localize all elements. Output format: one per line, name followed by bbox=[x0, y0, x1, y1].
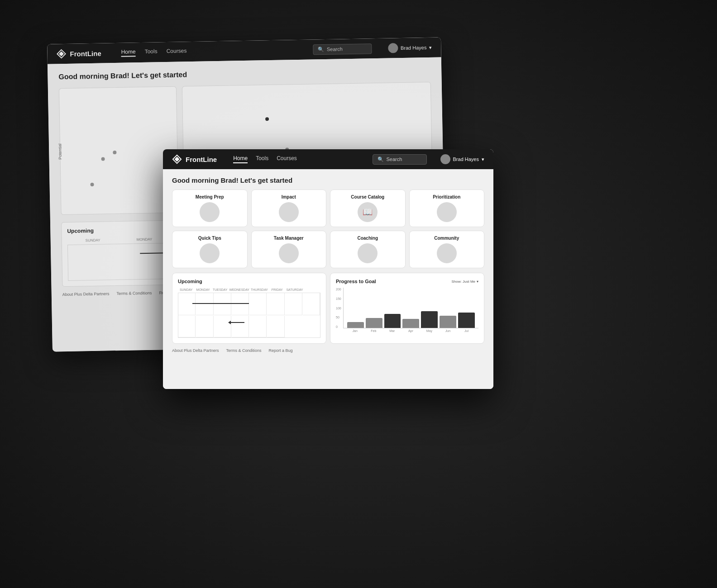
front-cal-cell-5 bbox=[249, 293, 267, 315]
front-x-labels: Jan Feb Mar Apr May Jun Jul bbox=[343, 328, 478, 332]
front-nav: FrontLine Home Tools Courses 🔍 Search Br… bbox=[163, 149, 493, 169]
tile-meeting-prep-label: Meeting Prep bbox=[196, 194, 224, 199]
front-y-0: 0 bbox=[336, 325, 341, 328]
front-logo-text: FrontLine bbox=[186, 156, 217, 163]
front-cal-cell-3 bbox=[214, 293, 231, 315]
front-cal-sun: SUNDAY bbox=[178, 288, 194, 292]
front-bar-jul bbox=[458, 313, 475, 328]
back-cal-mon: MONDAY bbox=[119, 236, 170, 243]
back-search-box[interactable]: 🔍 Search bbox=[313, 43, 372, 55]
tile-course-catalog-icon: 📖 bbox=[358, 202, 378, 222]
front-logo-icon bbox=[172, 154, 182, 164]
front-username: Brad Hayes bbox=[453, 156, 479, 162]
front-avatar bbox=[440, 154, 450, 164]
tile-quick-tips-icon bbox=[200, 243, 220, 263]
front-cal-cell-10 bbox=[196, 316, 213, 338]
tile-community-icon bbox=[437, 243, 457, 263]
back-search-icon: 🔍 bbox=[318, 46, 324, 52]
front-bottom: Upcoming SUNDAY MONDAY TUESDAY WEDNESDAY… bbox=[172, 273, 484, 344]
front-bar-jun bbox=[440, 316, 456, 328]
back-logo: FrontLine bbox=[56, 48, 101, 59]
front-chart-area: 200 150 100 50 0 bbox=[336, 288, 478, 337]
front-bar-jan bbox=[347, 322, 364, 328]
front-y-50: 50 bbox=[336, 316, 341, 319]
front-y-200: 200 bbox=[336, 288, 341, 291]
tile-coaching[interactable]: Coaching bbox=[330, 231, 406, 268]
front-bar-may bbox=[421, 311, 438, 328]
tile-community[interactable]: Community bbox=[409, 231, 485, 268]
front-window: FrontLine Home Tools Courses 🔍 Search Br… bbox=[163, 149, 493, 389]
front-progress-show[interactable]: Show: Just Me ▾ bbox=[452, 280, 478, 284]
back-avatar bbox=[388, 43, 398, 53]
back-nav-links: Home Tools Courses bbox=[121, 47, 186, 57]
tile-impact[interactable]: Impact bbox=[251, 190, 327, 227]
back-greeting: Good morning Brad! Let's get started bbox=[58, 66, 430, 81]
front-search-icon: 🔍 bbox=[378, 156, 384, 162]
front-cal-cell-7 bbox=[285, 293, 302, 315]
front-progress: Progress to Goal Show: Just Me ▾ 200 150… bbox=[330, 273, 484, 344]
back-chart-left: Potential bbox=[59, 86, 179, 215]
back-dot-4 bbox=[265, 117, 269, 121]
front-nav-courses[interactable]: Courses bbox=[277, 155, 297, 163]
front-progress-title: Progress to Goal bbox=[336, 279, 376, 284]
front-footer-report[interactable]: Report a Bug bbox=[269, 348, 293, 353]
front-y-labels: 200 150 100 50 0 bbox=[336, 288, 341, 328]
front-nav-tools[interactable]: Tools bbox=[256, 155, 268, 163]
front-nav-home[interactable]: Home bbox=[233, 155, 248, 163]
front-tiles-grid: Meeting Prep Impact Course Catalog 📖 Pri… bbox=[172, 190, 484, 268]
front-cal-cell-8 bbox=[303, 293, 320, 315]
front-x-jul: Jul bbox=[458, 329, 475, 332]
front-cal-thu: THURSDAY bbox=[250, 288, 268, 292]
front-cal-body bbox=[178, 293, 320, 338]
front-bar-apr bbox=[402, 319, 419, 328]
front-cal-arrow-line bbox=[231, 322, 244, 323]
tile-prioritization[interactable]: Prioritization bbox=[409, 190, 485, 227]
front-footer-terms[interactable]: Terms & Conditions bbox=[226, 348, 262, 353]
tile-quick-tips[interactable]: Quick Tips bbox=[172, 231, 248, 268]
back-footer-about[interactable]: About Plus Delta Partners bbox=[62, 291, 110, 297]
front-user-chevron: ▾ bbox=[482, 156, 484, 162]
front-y-100: 100 bbox=[336, 307, 341, 310]
front-cal-fri: FRIDAY bbox=[269, 288, 285, 292]
back-logo-text: FrontLine bbox=[70, 49, 101, 57]
tile-coaching-icon bbox=[358, 243, 378, 263]
front-cal-sat: SATURDAY bbox=[286, 288, 303, 292]
back-logo-icon bbox=[56, 49, 66, 59]
front-x-mar: Mar bbox=[384, 329, 401, 332]
front-cal-event-line bbox=[192, 303, 249, 304]
tile-meeting-prep[interactable]: Meeting Prep bbox=[172, 190, 248, 227]
front-cal-cell-1 bbox=[178, 293, 196, 315]
front-cal-cell-14 bbox=[267, 316, 284, 338]
front-x-jan: Jan bbox=[347, 329, 363, 332]
front-footer-about[interactable]: About Plus Delta Partners bbox=[172, 348, 219, 353]
front-upcoming-title: Upcoming bbox=[178, 279, 320, 284]
front-x-feb: Feb bbox=[365, 329, 382, 332]
back-nav-home[interactable]: Home bbox=[121, 48, 135, 57]
front-upcoming: Upcoming SUNDAY MONDAY TUESDAY WEDNESDAY… bbox=[172, 273, 326, 344]
front-cal-cell-11 bbox=[214, 316, 231, 338]
svg-marker-1 bbox=[59, 52, 64, 57]
tile-task-manager[interactable]: Task Manager bbox=[251, 231, 327, 268]
back-user: Brad Hayes ▾ bbox=[388, 43, 432, 53]
front-search-box[interactable]: 🔍 Search bbox=[373, 154, 427, 165]
front-cal-cell-4 bbox=[232, 293, 249, 315]
tile-task-manager-icon bbox=[279, 243, 299, 263]
front-cal-cell-9 bbox=[178, 316, 196, 338]
front-y-150: 150 bbox=[336, 297, 341, 300]
back-footer-terms[interactable]: Terms & Conditions bbox=[116, 291, 152, 296]
tile-impact-icon bbox=[279, 202, 299, 222]
back-username: Brad Hayes bbox=[401, 45, 427, 51]
front-cal-cell-6 bbox=[267, 293, 284, 315]
front-cal-tue: TUESDAY bbox=[212, 288, 228, 292]
tile-course-catalog-label: Course Catalog bbox=[351, 194, 384, 199]
tile-course-catalog[interactable]: Course Catalog 📖 bbox=[330, 190, 406, 227]
front-x-jun: Jun bbox=[440, 329, 456, 332]
front-nav-links: Home Tools Courses bbox=[233, 155, 297, 163]
front-cal-header: SUNDAY MONDAY TUESDAY WEDNESDAY THURSDAY… bbox=[178, 288, 320, 292]
front-greeting: Good morning Brad! Let's get started bbox=[172, 176, 484, 184]
back-user-chevron: ▾ bbox=[429, 44, 432, 50]
back-nav-tools[interactable]: Tools bbox=[144, 48, 157, 56]
front-cal-wed: WEDNESDAY bbox=[229, 288, 250, 292]
tile-impact-label: Impact bbox=[282, 194, 296, 199]
back-nav-courses[interactable]: Courses bbox=[167, 47, 187, 56]
